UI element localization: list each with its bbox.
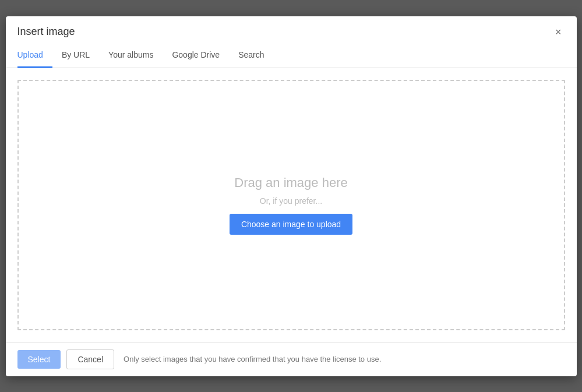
insert-image-dialog: Insert image × Upload By URL Your albums… <box>6 16 577 376</box>
drop-zone[interactable]: Drag an image here Or, if you prefer... … <box>17 80 565 330</box>
tab-by-url[interactable]: By URL <box>52 43 99 68</box>
or-text: Or, if you prefer... <box>260 196 322 206</box>
dialog-title: Insert image <box>17 26 75 38</box>
drag-text: Drag an image here <box>234 175 347 190</box>
dialog-footer: Select Cancel Only select images that yo… <box>6 342 577 376</box>
cancel-button[interactable]: Cancel <box>66 349 114 369</box>
close-button[interactable]: × <box>552 26 565 38</box>
tab-bar: Upload By URL Your albums Google Drive S… <box>6 43 577 68</box>
tab-your-albums[interactable]: Your albums <box>99 43 163 68</box>
select-button[interactable]: Select <box>17 350 61 369</box>
tab-search[interactable]: Search <box>229 43 273 68</box>
tab-upload[interactable]: Upload <box>17 43 52 68</box>
tab-google-drive[interactable]: Google Drive <box>163 43 229 68</box>
dialog-header: Insert image × <box>6 16 577 38</box>
license-text: Only select images that you have confirm… <box>124 355 381 363</box>
dialog-body: Drag an image here Or, if you prefer... … <box>6 68 577 342</box>
choose-image-button[interactable]: Choose an image to upload <box>230 214 352 235</box>
